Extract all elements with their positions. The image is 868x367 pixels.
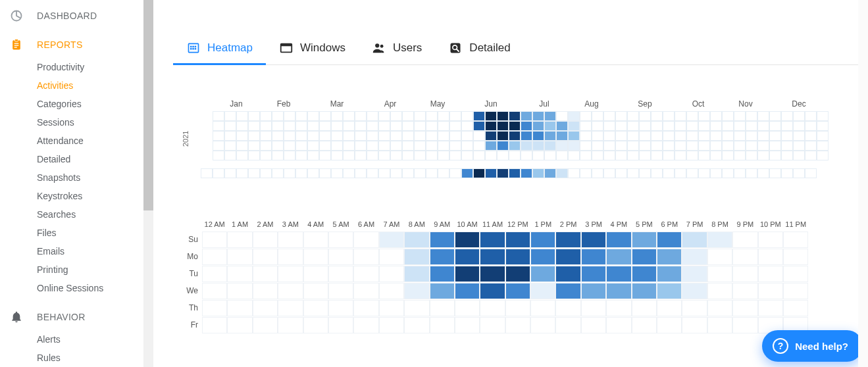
heatmap-summary-cell[interactable] <box>521 168 532 178</box>
heatmap-cell[interactable] <box>331 111 343 121</box>
heatmap-cell[interactable] <box>757 121 769 131</box>
heatmap-cell[interactable] <box>793 121 805 131</box>
heatmap-cell[interactable] <box>236 141 248 151</box>
heatmap-cell[interactable] <box>568 111 580 121</box>
sidebar-item-detailed[interactable]: Detailed <box>37 150 153 168</box>
heatmap-hour-cell[interactable] <box>682 283 707 299</box>
heatmap-cell[interactable] <box>485 111 497 121</box>
heatmap-cell[interactable] <box>485 141 497 151</box>
heatmap-cell[interactable] <box>461 151 473 160</box>
heatmap-cell[interactable] <box>781 141 793 151</box>
heatmap-summary-cell[interactable] <box>390 168 402 178</box>
heatmap-cell[interactable] <box>686 141 698 151</box>
heatmap-summary-cell[interactable] <box>260 168 272 178</box>
heatmap-hour-cell[interactable] <box>328 317 353 333</box>
heatmap-cell[interactable] <box>615 131 627 141</box>
sidebar-item-printing[interactable]: Printing <box>37 260 153 279</box>
heatmap-cell[interactable] <box>414 141 426 151</box>
heatmap-hour-cell[interactable] <box>328 300 353 316</box>
heatmap-cell[interactable] <box>639 121 651 131</box>
heatmap-cell[interactable] <box>213 121 224 131</box>
heatmap-cell[interactable] <box>331 131 343 141</box>
heatmap-hour-cell[interactable] <box>480 300 505 316</box>
heatmap-cell[interactable] <box>532 121 544 131</box>
heatmap-cell[interactable] <box>331 141 343 151</box>
heatmap-cell[interactable] <box>769 111 781 121</box>
heatmap-cell[interactable] <box>675 131 686 141</box>
heatmap-cell[interactable] <box>378 111 390 121</box>
heatmap-hour-cell[interactable] <box>303 283 328 299</box>
heatmap-hour-cell[interactable] <box>430 283 455 299</box>
heatmap-cell[interactable] <box>378 121 390 131</box>
heatmap-cell[interactable] <box>651 151 663 160</box>
heatmap-cell[interactable] <box>295 151 307 160</box>
heatmap-cell[interactable] <box>295 121 307 131</box>
heatmap-cell[interactable] <box>568 131 580 141</box>
heatmap-cell[interactable] <box>485 151 497 160</box>
tab-users[interactable]: Users <box>372 41 422 64</box>
heatmap-cell[interactable] <box>248 131 260 141</box>
heatmap-hour-cell[interactable] <box>682 300 707 316</box>
heatmap-summary-cell[interactable] <box>615 168 627 178</box>
heatmap-hour-cell[interactable] <box>657 232 682 248</box>
heatmap-cell[interactable] <box>698 131 710 141</box>
heatmap-cell[interactable] <box>603 131 615 141</box>
heatmap-cell[interactable] <box>497 121 509 131</box>
heatmap-cell[interactable] <box>722 141 734 151</box>
sidebar-item-online-sessions[interactable]: Online Sessions <box>37 279 153 297</box>
heatmap-hour-cell[interactable] <box>606 266 631 282</box>
heatmap-cell[interactable] <box>497 151 509 160</box>
heatmap-cell[interactable] <box>213 111 224 121</box>
heatmap-cell[interactable] <box>698 151 710 160</box>
heatmap-hour-cell[interactable] <box>202 317 227 333</box>
heatmap-cell[interactable] <box>710 141 722 151</box>
heatmap-hour-cell[interactable] <box>632 317 657 333</box>
heatmap-cell[interactable] <box>757 141 769 151</box>
heatmap-cell[interactable] <box>769 151 781 160</box>
heatmap-cell[interactable] <box>331 121 343 131</box>
sidebar-item-keystrokes[interactable]: Keystrokes <box>37 187 153 205</box>
heatmap-hour-cell[interactable] <box>732 283 757 299</box>
heatmap-hour-cell[interactable] <box>783 283 808 299</box>
heatmap-hour-cell[interactable] <box>278 283 303 299</box>
sidebar-item-snapshots[interactable]: Snapshots <box>37 168 153 187</box>
heatmap-cell[interactable] <box>390 131 402 141</box>
heatmap-cell[interactable] <box>568 121 580 131</box>
heatmap-hour-cell[interactable] <box>732 266 757 282</box>
heatmap-cell[interactable] <box>793 111 805 121</box>
main-scrollbar[interactable] <box>858 0 868 367</box>
heatmap-summary-cell[interactable] <box>603 168 615 178</box>
heatmap-cell[interactable] <box>651 141 663 151</box>
heatmap-cell[interactable] <box>272 111 284 121</box>
heatmap-hour-cell[interactable] <box>379 249 404 265</box>
heatmap-cell[interactable] <box>556 111 568 121</box>
heatmap-cell[interactable] <box>449 131 461 141</box>
heatmap-cell[interactable] <box>580 151 592 160</box>
heatmap-cell[interactable] <box>580 111 592 121</box>
heatmap-hour-cell[interactable] <box>278 317 303 333</box>
heatmap-hour-cell[interactable] <box>379 300 404 316</box>
heatmap-hour-cell[interactable] <box>581 317 606 333</box>
heatmap-hour-cell[interactable] <box>253 249 278 265</box>
heatmap-hour-cell[interactable] <box>707 283 732 299</box>
heatmap-cell[interactable] <box>544 111 556 121</box>
heatmap-hour-cell[interactable] <box>430 266 455 282</box>
heatmap-cell[interactable] <box>568 151 580 160</box>
heatmap-hour-cell[interactable] <box>227 300 252 316</box>
heatmap-cell[interactable] <box>355 151 367 160</box>
heatmap-hour-cell[interactable] <box>632 300 657 316</box>
heatmap-cell[interactable] <box>426 151 438 160</box>
heatmap-cell[interactable] <box>224 121 236 131</box>
heatmap-summary-cell[interactable] <box>710 168 722 178</box>
heatmap-cell[interactable] <box>757 111 769 121</box>
heatmap-hour-cell[interactable] <box>732 317 757 333</box>
heatmap-hour-cell[interactable] <box>404 300 429 316</box>
sidebar-section-dashboard[interactable]: DASHBOARD <box>0 4 153 28</box>
heatmap-cell[interactable] <box>757 151 769 160</box>
heatmap-cell[interactable] <box>615 111 627 121</box>
sidebar-item-emails[interactable]: Emails <box>37 242 153 260</box>
heatmap-cell[interactable] <box>781 111 793 121</box>
heatmap-hour-cell[interactable] <box>505 283 530 299</box>
heatmap-hour-cell[interactable] <box>783 266 808 282</box>
heatmap-cell[interactable] <box>213 151 224 160</box>
